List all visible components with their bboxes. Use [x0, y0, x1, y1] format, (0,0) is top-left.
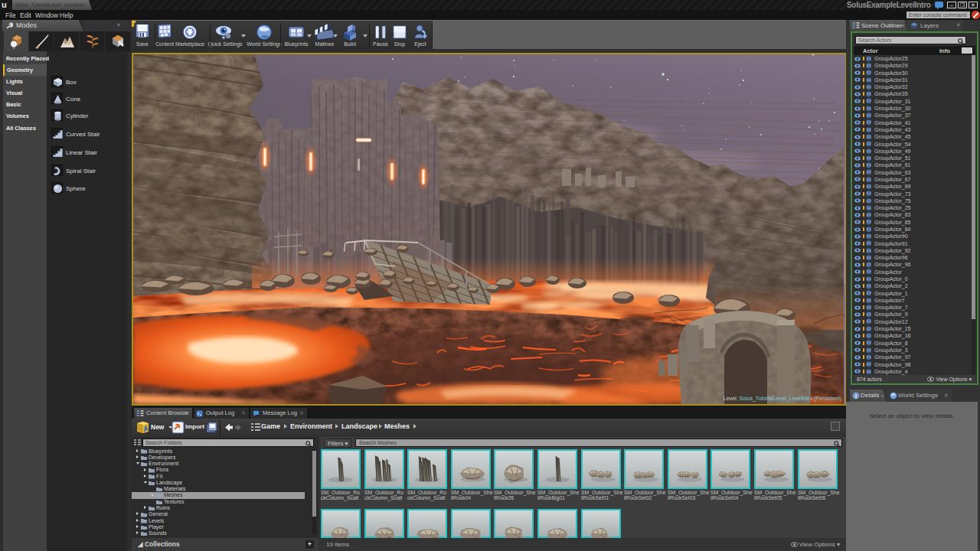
svg-text:Eject: Eject: [414, 41, 426, 47]
svg-text:Build: Build: [344, 41, 356, 47]
svg-text:Quick Settings: Quick Settings: [207, 41, 243, 47]
svg-text:i: i: [855, 393, 857, 399]
svg-text:Level: Solus_TutorialLevel_Lev: Level: Solus_TutorialLevel_LevelIntro (P…: [724, 396, 841, 402]
svg-text:Content: Content: [155, 41, 175, 47]
svg-text:Blueprints: Blueprints: [284, 41, 309, 47]
svg-text:Save: Save: [136, 41, 149, 47]
svg-text:Pause: Pause: [373, 41, 388, 47]
svg-text:Marketplace: Marketplace: [175, 41, 204, 47]
svg-text:Stop: Stop: [394, 41, 406, 47]
svg-text:World Settings: World Settings: [247, 41, 282, 47]
svg-text:Matinee: Matinee: [315, 41, 335, 47]
